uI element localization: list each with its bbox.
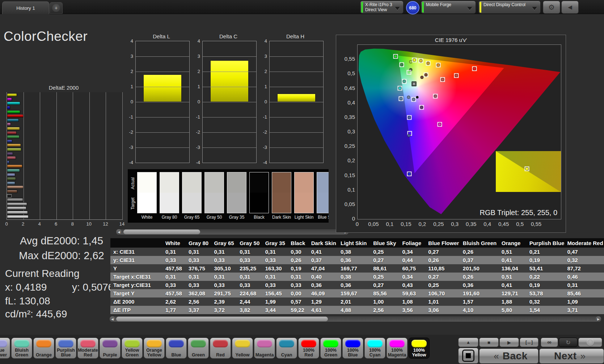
patch-label: Magenta: [254, 353, 275, 357]
chevrons-left-icon: «: [494, 351, 499, 362]
y-tick-label: 4: [198, 38, 200, 44]
cie-measured-marker: [407, 172, 411, 176]
swatch-strip-scrollbar[interactable]: ◀ ▶: [116, 229, 349, 235]
scrollbar-thumb[interactable]: [123, 230, 200, 234]
patch-button-orange[interactable]: Orange: [33, 338, 54, 359]
patch-button-orange-yellow[interactable]: Orange Yellow: [144, 338, 165, 359]
deltae-bar-magenta: [7, 123, 11, 126]
scrollbar-thumb[interactable]: [116, 317, 328, 321]
table-row: ΔE ITP1,773,373,723,823,4459,224,614,882…: [110, 306, 604, 314]
y-tick-label: 0,1: [338, 187, 355, 193]
patch-label: 100% Green: [321, 348, 341, 357]
back-button[interactable]: « Back: [479, 348, 538, 364]
table-cell: 0,19: [527, 281, 565, 289]
y-tick-label: 0: [198, 99, 200, 104]
y-tick-label: -2: [129, 129, 133, 135]
patch-button-100-magenta[interactable]: 100% Magenta: [387, 338, 407, 359]
arrow-up-icon: ▲: [466, 340, 470, 345]
patch-color-chip: [36, 340, 51, 347]
patch-button-100-cyan[interactable]: 100% Cyan: [364, 338, 385, 359]
continuous-read-button[interactable]: ↻: [559, 338, 578, 347]
cie-measured-marker: [407, 96, 410, 99]
table-row: Target Y457,58362,08291,75224,68156,450,…: [110, 289, 604, 297]
cie-target-marker: [407, 70, 411, 74]
patch-label: 100% Red: [299, 348, 319, 357]
table-cell: 0,26: [460, 248, 499, 256]
table-cell: 3,06: [425, 306, 460, 314]
add-tab-button[interactable]: +: [50, 2, 63, 14]
pattern-up-button[interactable]: ▲: [458, 338, 478, 347]
gridline: [136, 56, 189, 57]
deltae-bar-cyan: [7, 119, 19, 122]
meter-selector[interactable]: X-Rite i1Pro 3 Direct View: [360, 1, 404, 14]
gridline: [136, 147, 189, 148]
table-cell: 136,04: [499, 264, 527, 273]
table-cell: 0,32: [527, 297, 565, 306]
pattern-bar: Blue FlowerBluish GreenOrangePurplish Bl…: [0, 335, 604, 364]
patch-button-magenta[interactable]: Magenta: [254, 338, 275, 359]
deltae2000-plot-area: [7, 92, 123, 220]
patch-button-purple[interactable]: Purple: [100, 338, 121, 359]
source-selector[interactable]: Mobile Forge: [421, 1, 476, 14]
xy-readout: x: 0,4189 y: 0,5076: [5, 282, 114, 293]
table-cell: 0,21: [527, 248, 565, 256]
next-button[interactable]: Next »: [539, 348, 604, 364]
scroll-right-icon[interactable]: ▶: [596, 316, 601, 322]
patch-button-purplish-blue[interactable]: Purplish Blue: [55, 338, 76, 359]
y-tick-label: 1: [131, 84, 133, 89]
cie-measured-marker: [420, 106, 423, 109]
patch-button-cyan[interactable]: Cyan: [276, 338, 297, 359]
row-label: x: CIE31: [110, 248, 162, 256]
top-bar: History 1 + X-Rite i1Pro 3 Direct View 6…: [0, 0, 604, 14]
table-cell: 0,32: [564, 256, 604, 264]
deltae-bar-blue: [7, 140, 12, 143]
scroll-left-icon[interactable]: ◀: [116, 229, 122, 235]
patch-button-blue-flower[interactable]: Blue Flower: [0, 338, 10, 359]
table-cell: 0,27: [425, 273, 460, 281]
patch-button-100-yellow[interactable]: 100% Yellow: [409, 338, 430, 359]
deltae-bar-foliage: [7, 177, 16, 180]
y-tick-label: 4: [131, 38, 133, 44]
pattern-size-button[interactable]: [↔]: [520, 338, 538, 347]
status-circle-button[interactable]: [578, 338, 602, 347]
patch-color-chip: [14, 340, 29, 347]
pattern-window-button[interactable]: [458, 348, 478, 364]
table-cell: 201,50: [460, 264, 499, 273]
patch-button-blue[interactable]: Blue: [166, 338, 187, 359]
patch-color-chip: [257, 340, 272, 347]
patch-button-100-green[interactable]: 100% Green: [320, 338, 341, 359]
patch-button-yellow[interactable]: Yellow: [232, 338, 253, 359]
collapse-panel-button[interactable]: ◀: [561, 1, 579, 14]
x-tick-label: 10: [86, 221, 92, 227]
patch-button-bluish-green[interactable]: Bluish Green: [11, 338, 32, 359]
loop-button[interactable]: ∞: [541, 338, 558, 347]
patch-color-chip: [323, 340, 338, 347]
stop-button[interactable]: ■: [479, 338, 499, 347]
pattern-window-icon: [462, 350, 474, 362]
table-scrollbar[interactable]: ◀ ▶: [109, 316, 601, 322]
patch-label: Moderate Red: [78, 348, 98, 357]
y-axis-ticks: 43210-1-2-3-4: [194, 41, 201, 162]
patch-button-100-red[interactable]: 100% Red: [298, 338, 319, 359]
play-button[interactable]: ▶: [499, 338, 519, 347]
settings-button[interactable]: ⚙: [543, 1, 560, 14]
scroll-left-icon[interactable]: ◀: [110, 316, 115, 322]
table-cell: 59,22: [288, 306, 308, 314]
table-cell: 0,22: [527, 273, 565, 281]
cie-measured-marker: [400, 63, 404, 67]
table-cell: 2,44: [237, 297, 262, 306]
patch-button-green[interactable]: Green: [188, 338, 209, 359]
calman-window: History 1 + X-Rite i1Pro 3 Direct View 6…: [0, 0, 604, 364]
swatch-actual: [295, 172, 313, 193]
swatch-target: [272, 193, 291, 213]
patch-button-moderate-red[interactable]: Moderate Red: [77, 338, 98, 359]
patch-button-yellow-green[interactable]: Yellow Green: [122, 338, 143, 359]
table-cell: 0,38: [338, 248, 370, 256]
patch-button-red[interactable]: Red: [210, 338, 231, 359]
gridline: [136, 87, 189, 87]
table-cell: 169,77: [338, 264, 370, 273]
patch-button-100-blue[interactable]: 100% Blue: [342, 338, 363, 359]
tab-history-1[interactable]: History 1: [2, 1, 49, 14]
x-tick-label: 4: [38, 221, 41, 227]
display-control-selector[interactable]: Direct Display Control: [478, 1, 541, 14]
